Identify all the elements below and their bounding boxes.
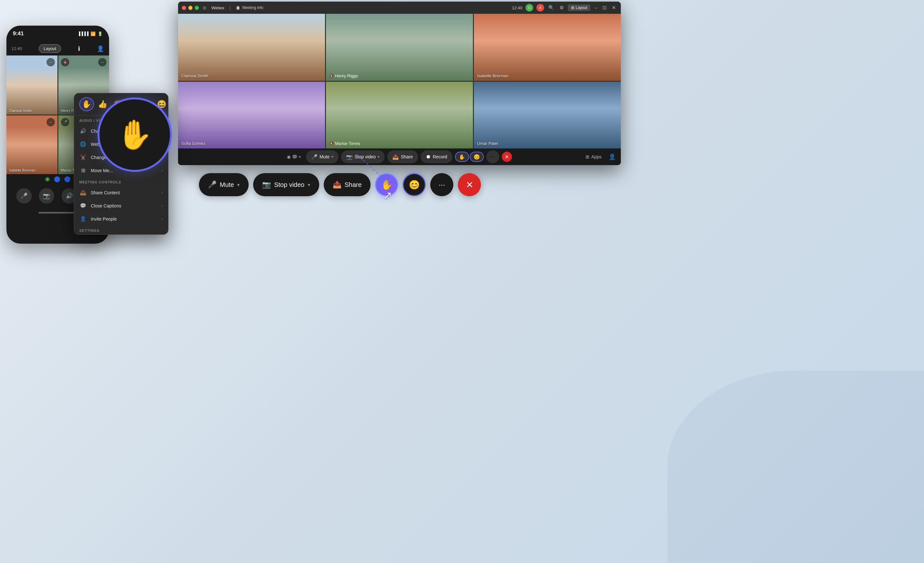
settings-icon[interactable]: ⚙ bbox=[559, 4, 565, 12]
video-cell-clarissa: Clarissa Smith bbox=[178, 14, 325, 81]
marise-name-label: 🔇 Marise Torres bbox=[329, 141, 360, 146]
phone-mic-btn[interactable]: 🎤 bbox=[16, 188, 32, 204]
hand-emoji-display: ✋ bbox=[99, 99, 170, 170]
end-call-icon: ✕ bbox=[505, 154, 509, 160]
participants-icon[interactable]: 👤 bbox=[97, 45, 104, 52]
window-status-icon[interactable]: ◉ bbox=[287, 154, 291, 159]
apps-label: Apps bbox=[591, 154, 602, 159]
minimize-btn[interactable] bbox=[188, 6, 192, 10]
close-captions-item[interactable]: 💬 Close Captions › bbox=[74, 199, 168, 212]
isabelle-name-label: Isabelle Brennan bbox=[477, 73, 508, 78]
video-cell-isabelle: Isabelle Brennan bbox=[474, 14, 621, 81]
isabelle-more-btn[interactable]: ··· bbox=[46, 118, 55, 126]
clarissa-more-btn[interactable]: ··· bbox=[46, 58, 55, 66]
video-cell-umar: Umar Patel bbox=[474, 82, 621, 149]
henry-more-btn[interactable]: ··· bbox=[98, 58, 106, 66]
status-dot-green: ◉ bbox=[45, 175, 50, 183]
large-stop-video-btn[interactable]: 📷 Stop video ▾ bbox=[253, 173, 319, 196]
more-ctrl-btn[interactable]: ··· bbox=[486, 150, 499, 163]
people-btn[interactable]: 👤 bbox=[609, 153, 616, 160]
henry-mute-indicator: 🔇 bbox=[329, 74, 334, 78]
mute-arrow: ▾ bbox=[332, 154, 333, 159]
info-icon[interactable]: ℹ bbox=[78, 45, 80, 52]
window-title-right: 12:40 G A 🔍 ⚙ ⊞ Layout − ⊡ ✕ bbox=[512, 4, 617, 12]
maximize-btn[interactable] bbox=[195, 6, 199, 10]
phone-toolbar: 12:40 Layout ℹ 👤 bbox=[6, 42, 109, 55]
window-close-icon[interactable]: ✕ bbox=[611, 4, 617, 12]
user-avatar-2: A bbox=[536, 4, 544, 12]
grid-icon: ⊞ bbox=[571, 6, 574, 10]
meeting-info-label: Meeting info bbox=[242, 6, 263, 10]
apps-btn[interactable]: ⊞ Apps bbox=[585, 154, 602, 159]
end-call-ctrl-btn[interactable]: ✕ bbox=[502, 152, 512, 162]
battery-icon: 🔋 bbox=[98, 31, 103, 36]
arrow-icon-6: › bbox=[162, 204, 163, 208]
change-icon: ✂️ bbox=[79, 154, 87, 160]
large-hand-icon: ✋ bbox=[381, 179, 393, 190]
layout-btn[interactable]: ⊞ Layout bbox=[568, 4, 590, 11]
share-icon-ctrl: 📤 bbox=[392, 154, 399, 160]
search-icon[interactable]: 🔍 bbox=[548, 4, 555, 12]
share-ctrl-btn[interactable]: 📤 Share bbox=[387, 150, 418, 163]
window-title-group: ⊞ Webex | 📋 Meeting info bbox=[203, 5, 508, 10]
status-dot-blue1: ⬤ bbox=[54, 175, 60, 183]
raise-hand-emoji[interactable]: ✋ bbox=[79, 97, 94, 111]
stop-video-ctrl-btn[interactable]: 📷 Stop video ▾ bbox=[341, 150, 385, 163]
user-avatar: G bbox=[525, 4, 533, 12]
share-content-label: Share Content bbox=[91, 190, 120, 195]
large-end-btn[interactable]: ✕ bbox=[458, 173, 481, 196]
record-icon: ⏺ bbox=[426, 154, 431, 160]
phone-time: 9:41 bbox=[13, 30, 24, 37]
window-chat-icon[interactable]: 💬 bbox=[292, 154, 297, 159]
window-controls bbox=[182, 6, 199, 10]
large-stop-video-label: Stop video bbox=[274, 181, 304, 189]
large-share-icon: 📤 bbox=[333, 181, 341, 189]
meeting-info-btn[interactable]: 📋 Meeting info bbox=[236, 6, 263, 10]
video-grid: Clarissa Smith 🔇 Henry Riggs Isabelle Br… bbox=[178, 14, 621, 148]
large-reaction-btn[interactable]: 😊 bbox=[403, 173, 426, 196]
window-minimize-icon[interactable]: − bbox=[594, 4, 598, 12]
wifi-icon: 📶 bbox=[90, 31, 96, 36]
large-share-btn[interactable]: 📤 Share bbox=[324, 173, 370, 196]
layout-button[interactable]: Layout bbox=[39, 44, 61, 53]
emoji-reaction-ctrl-btn[interactable]: 😊 bbox=[470, 152, 484, 162]
webex-icon: 🌐 bbox=[79, 141, 87, 147]
meeting-controls-title: MEETING CONTROLS bbox=[74, 177, 168, 186]
status-dot-blue2: ⬤ bbox=[64, 175, 70, 183]
isabelle-label: Isabelle Brennan bbox=[9, 168, 36, 172]
close-captions-label: Close Captions bbox=[91, 203, 121, 208]
share-label: Share bbox=[401, 154, 412, 159]
phone-camera-btn[interactable]: 📷 bbox=[39, 188, 54, 204]
camera-icon: 📷 bbox=[346, 154, 352, 160]
mute-ctrl-btn[interactable]: 🎤 Mute ▾ bbox=[306, 150, 339, 163]
window-resize-icon[interactable]: ⊡ bbox=[602, 4, 608, 12]
move-icon: ⊞ bbox=[79, 167, 87, 174]
reaction-group: ✋ 😊 bbox=[455, 152, 484, 162]
raise-hand-ctrl-btn[interactable]: ✋ bbox=[455, 152, 469, 162]
meeting-info-icon: 📋 bbox=[236, 6, 240, 10]
more-icon-ctrl: ··· bbox=[490, 154, 495, 160]
invite-icon: 👤 bbox=[79, 216, 87, 222]
window-control-bar: ◉ 💬 ▾ 🎤 Mute ▾ 📷 Stop video ▾ 📤 Share ⏺ … bbox=[178, 148, 621, 165]
phone-cell-clarissa: ··· Clarissa Smith bbox=[6, 55, 57, 114]
large-raise-hand-btn[interactable]: ✋ bbox=[375, 173, 398, 196]
share-content-item[interactable]: 📤 Share Content › bbox=[74, 186, 168, 199]
hand-raise-emoji: ✋ bbox=[117, 118, 153, 152]
large-stop-video-arrow: ▾ bbox=[308, 182, 310, 188]
large-share-label: Share bbox=[345, 181, 362, 189]
webex-desktop-window: ⊞ Webex | 📋 Meeting info 12:40 G A 🔍 ⚙ ⊞… bbox=[178, 1, 621, 165]
raise-hand-icon-ctrl: ✋ bbox=[459, 154, 465, 160]
large-more-btn[interactable]: ··· bbox=[430, 173, 453, 196]
record-ctrl-btn[interactable]: ⏺ Record bbox=[421, 150, 452, 163]
window-expand-icon[interactable]: ▾ bbox=[299, 154, 301, 159]
audio-icon: 🔊 bbox=[79, 128, 87, 134]
app-name: Webex bbox=[212, 6, 224, 10]
large-mute-btn[interactable]: 🎤 Mute ▾ bbox=[199, 173, 249, 196]
arrow-icon-5: › bbox=[162, 190, 163, 195]
invite-people-item[interactable]: 👤 Invite People › bbox=[74, 212, 168, 225]
marise-mute-icon: 🎤 bbox=[61, 118, 69, 126]
large-reaction-icon: 😊 bbox=[409, 180, 420, 190]
close-btn[interactable] bbox=[182, 6, 186, 10]
large-camera-icon: 📷 bbox=[262, 181, 271, 189]
people-icon: 👤 bbox=[609, 154, 616, 160]
